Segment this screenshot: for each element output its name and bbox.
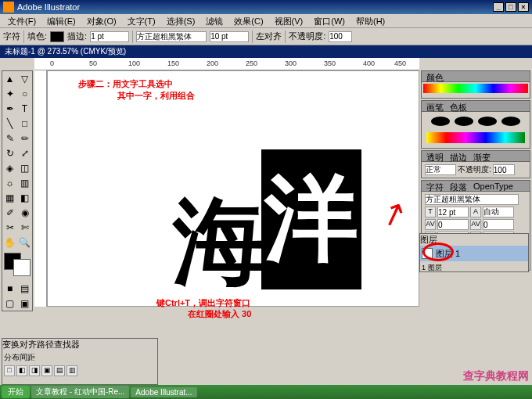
size-icon: T [425,207,436,217]
slice-tool[interactable]: ✂ [2,220,17,235]
text-char-1[interactable]: 海 [173,189,267,293]
brush-swatch[interactable] [455,117,473,126]
maximize-button[interactable]: □ [505,2,516,12]
gradient-mode[interactable]: ▤ [17,281,32,296]
font-family-input[interactable] [136,31,207,42]
type-tool[interactable]: T [17,101,32,116]
menu-file[interactable]: 文件(F) [3,16,41,26]
menu-help[interactable]: 帮助(H) [351,16,390,26]
line-tool[interactable]: ╲ [2,116,17,131]
symbol-tool[interactable]: ☼ [2,175,17,190]
annotation-circle [422,243,454,261]
pathfinder-btn[interactable]: □ [4,365,15,376]
opacity-label: 不透明度: [289,31,325,42]
stroke-weight[interactable] [90,31,129,42]
tab-stroke[interactable]: 描边 [447,152,470,160]
opt-label: 字符 [3,31,20,42]
pathfinder-btn[interactable]: ◨ [29,365,40,376]
pencil-tool[interactable]: ✏ [17,131,32,146]
brush-swatch[interactable] [501,117,520,126]
pathfinder-btn[interactable]: ▤ [54,365,65,376]
font-size-input[interactable] [210,31,249,42]
menu-type[interactable]: 文字(T) [123,16,160,26]
tab-grad[interactable]: 渐变 [470,152,494,160]
char-size[interactable] [437,207,469,217]
text-char-2[interactable]: 洋 [264,165,358,270]
selection-tool[interactable]: ▲ [2,71,17,86]
close-button[interactable]: × [518,2,529,12]
tab-paragraph[interactable]: 段落 [447,182,470,190]
mesh-tool[interactable]: ▦ [2,190,17,205]
swatches-panel: 画笔色板 [421,100,530,149]
fullscreen-mode[interactable]: ▣ [17,296,32,311]
panels-bottom: 变换对齐路径查找器 分布间距 □ ◧ ◨ ▣ ▤ ▥ [2,338,158,385]
document-tab[interactable]: 未标题-1 @ 273.57% (CMYK/预览) [0,45,532,58]
minimize-button[interactable]: _ [493,2,504,12]
char-leading[interactable] [483,207,514,217]
brush-swatch[interactable] [431,117,450,126]
canvas[interactable]: 海 洋 [47,70,419,307]
char-font[interactable] [425,194,519,205]
scissors-tool[interactable]: ✄ [17,220,32,235]
tab-pathfinder[interactable]: 路径查找器 [37,340,80,349]
toolbox: ▲▽ ✦○ ✒T ╲□ ✎✏ ↻⤢ ◈◫ ☼▥ ▦◧ ✐◉ ✂✄ ✋🔍 ■▤ ▢… [2,70,33,311]
color-spectrum[interactable] [423,84,528,93]
menu-window[interactable]: 窗口(W) [309,16,350,26]
char-kerning[interactable] [437,219,469,230]
fill-swatch[interactable] [50,31,64,42]
gradient-tool[interactable]: ◧ [17,190,32,205]
align-label[interactable]: 左对齐 [256,31,282,42]
brush-swatch[interactable] [478,117,497,126]
menu-select[interactable]: 选择(S) [162,16,200,26]
free-transform-tool[interactable]: ◫ [17,160,32,175]
char-tracking[interactable] [483,219,514,230]
direct-select-tool[interactable]: ▽ [17,71,32,86]
taskbar-item[interactable]: 文章教程 - 红动中国-Re... [31,386,129,398]
eyedropper-tool[interactable]: ✐ [2,205,17,220]
options-bar: 字符 填色: 描边: 左对齐 不透明度: [0,28,532,45]
tab-character[interactable]: 字符 [423,182,447,190]
tab-trans[interactable]: 透明 [423,152,447,160]
ruler-horizontal: 0 50 100 150 200 250 300 350 400 450 [34,58,419,70]
scale-tool[interactable]: ⤢ [17,146,32,160]
tab-brush[interactable]: 画笔 [423,102,447,110]
pathfinder-btn[interactable]: ▥ [66,365,77,376]
distribute-label: 分布间距 [2,350,157,365]
opacity-field[interactable] [493,164,515,175]
menu-filter[interactable]: 滤镜 [201,16,228,26]
layer-count: 1 图层 [420,261,528,275]
screen-mode[interactable]: ▢ [2,296,17,311]
lasso-tool[interactable]: ○ [17,86,32,101]
tab-swatch[interactable]: 色板 [447,102,470,110]
titlebar: Adobe Illustrator _ □ × [0,0,532,14]
magic-wand-tool[interactable]: ✦ [2,86,17,101]
background-color[interactable] [13,259,31,276]
brush-tool[interactable]: ✎ [2,131,17,146]
menu-edit[interactable]: 编辑(E) [42,16,81,26]
hand-tool[interactable]: ✋ [2,235,17,250]
warp-tool[interactable]: ◈ [2,160,17,175]
menu-effect[interactable]: 效果(C) [229,16,268,26]
rotate-tool[interactable]: ↻ [2,146,17,160]
graph-tool[interactable]: ▥ [17,175,32,190]
taskbar-item[interactable]: Adobe Illustrat... [131,387,196,397]
tab-opentype[interactable]: OpenType [470,182,516,190]
menu-object[interactable]: 对象(O) [82,16,121,26]
tab-transform[interactable]: 变换 [2,340,20,349]
rect-tool[interactable]: □ [17,116,32,131]
color-mode[interactable]: ■ [2,281,17,296]
pathfinder-btn[interactable]: ▣ [41,365,52,376]
blend-tool[interactable]: ◉ [17,205,32,220]
gradient-preview[interactable] [426,132,525,143]
blend-mode[interactable] [425,164,456,175]
tab-color[interactable]: 颜色 [423,72,447,81]
menu-view[interactable]: 视图(V) [270,16,308,26]
pathfinder-btn[interactable]: ◧ [16,365,27,376]
pen-tool[interactable]: ✒ [2,101,17,116]
start-button[interactable]: 开始 [2,386,30,398]
menubar: 文件(F) 编辑(E) 对象(O) 文字(T) 选择(S) 滤镜 效果(C) 视… [0,14,532,28]
opacity-input[interactable] [329,31,352,42]
zoom-tool[interactable]: 🔍 [17,235,32,250]
tab-align[interactable]: 对齐 [20,340,37,349]
color-picker[interactable] [4,253,31,278]
